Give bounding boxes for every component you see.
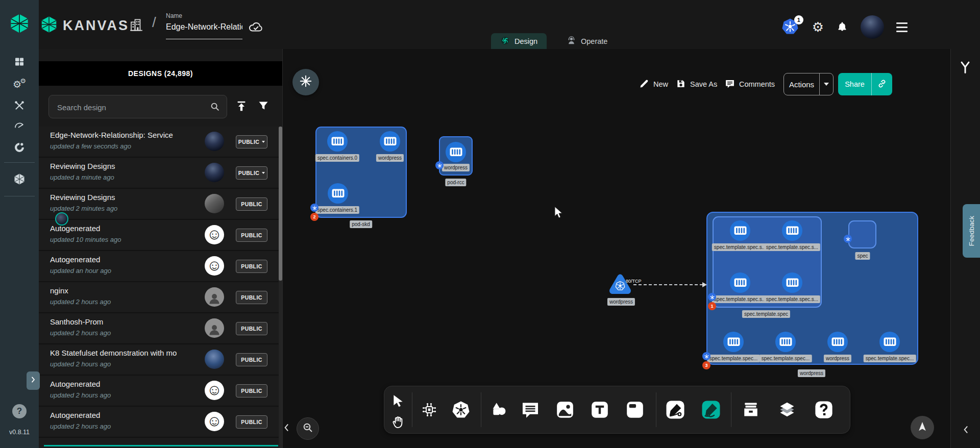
actions-dropdown-button[interactable] xyxy=(820,83,833,86)
design-name-input[interactable]: Edge-Network-Relatio xyxy=(166,22,242,32)
upload-icon xyxy=(235,106,248,114)
sidebar-item-performance[interactable] xyxy=(0,118,39,135)
visibility-chip[interactable]: PUBLIC xyxy=(236,322,267,335)
container-node[interactable] xyxy=(782,272,802,293)
design-search[interactable] xyxy=(48,95,227,118)
comments-button[interactable]: Comments xyxy=(725,73,775,95)
spec-node[interactable] xyxy=(848,220,876,248)
container-label: spec.template.spec... xyxy=(864,355,916,362)
new-button[interactable]: New xyxy=(639,73,668,95)
container-node[interactable] xyxy=(723,332,744,352)
select-tool[interactable] xyxy=(391,395,405,408)
sidebar-item-configuration[interactable] xyxy=(0,98,39,115)
comment-tool[interactable] xyxy=(521,401,540,420)
container-node[interactable] xyxy=(446,142,466,162)
organization-icon[interactable] xyxy=(129,17,145,34)
layers-tool[interactable] xyxy=(778,402,796,420)
upload-design-button[interactable] xyxy=(235,99,248,113)
tab-design[interactable]: Design xyxy=(491,33,547,49)
spec-template-spec-node[interactable] xyxy=(713,216,822,308)
zoom-button[interactable] xyxy=(297,417,319,440)
list-accent-line xyxy=(44,445,278,446)
gears-icon: ⚙⚙ xyxy=(13,79,26,91)
sidebar-item-extensions[interactable] xyxy=(0,140,39,157)
scrollbar-thumb[interactable] xyxy=(279,127,282,281)
app-header: KANVAS / Name Edge-Network-Relatio 1 ⚙ D… xyxy=(0,0,980,49)
merge-y-icon[interactable] xyxy=(958,60,972,76)
locate-button[interactable] xyxy=(911,416,934,439)
service-node[interactable] xyxy=(608,273,632,295)
collapse-dock-chevron[interactable] xyxy=(961,425,971,435)
image-tool[interactable] xyxy=(555,401,575,420)
design-list-item[interactable]: Autogenerated updated 10 minutes ago ☺ P… xyxy=(39,220,282,251)
feedback-tab[interactable]: Feedback xyxy=(963,204,980,258)
visibility-chip[interactable]: PUBLIC xyxy=(236,415,267,429)
visibility-chip[interactable]: PUBLIC xyxy=(236,384,267,397)
dashboard-icon xyxy=(13,56,26,70)
container-label: spec.template.spec.s... xyxy=(764,295,820,303)
visibility-chip[interactable]: PUBLIC xyxy=(236,197,267,211)
container-node[interactable] xyxy=(380,131,400,152)
copy-link-button[interactable] xyxy=(872,79,892,90)
pan-tool[interactable] xyxy=(391,416,405,430)
visibility-chip[interactable]: PUBLIC xyxy=(236,229,267,242)
meshery-shapes-button[interactable] xyxy=(292,69,319,95)
user-avatar[interactable] xyxy=(861,15,884,39)
container-node[interactable] xyxy=(327,131,348,152)
sidebar-item-dashboard[interactable] xyxy=(0,54,39,71)
visibility-chip[interactable]: PUBLIC xyxy=(236,260,267,273)
chevron-right-icon xyxy=(29,376,37,386)
components-tool[interactable] xyxy=(421,403,437,419)
visibility-chip[interactable]: PUBLIC xyxy=(236,166,267,180)
freehand-draw-tool-active[interactable] xyxy=(701,401,721,421)
visibility-chip[interactable]: PUBLIC xyxy=(236,353,267,366)
card-icon xyxy=(625,400,645,421)
sidebar-item-kanvas[interactable] xyxy=(0,171,39,189)
text-tool[interactable] xyxy=(590,401,609,420)
container-node[interactable] xyxy=(782,220,802,241)
tab-operate[interactable]: Operate xyxy=(557,33,617,49)
actions-split-button[interactable]: Actions xyxy=(783,73,834,95)
design-list-item[interactable]: Reviewing Designs updated a minute ago P… xyxy=(39,158,282,189)
container-node[interactable] xyxy=(730,220,750,241)
container-node[interactable] xyxy=(730,272,750,293)
filter-designs-button[interactable] xyxy=(257,99,271,113)
design-list-item[interactable]: K8 Statefulset demonstration with mo upd… xyxy=(39,344,282,376)
design-title: K8 Statefulset demonstration with mo xyxy=(50,349,177,357)
design-name-field[interactable]: Name Edge-Network-Relatio xyxy=(166,12,242,32)
speedometer-icon xyxy=(13,119,26,134)
design-list-item[interactable]: Autogenerated updated 2 hours ago ☺ PUBL… xyxy=(39,376,282,407)
container-node[interactable] xyxy=(328,183,348,204)
design-list-item[interactable]: Autogenerated updated an hour ago ☺ PUBL… xyxy=(39,251,282,282)
kubernetes-tool[interactable] xyxy=(452,402,470,420)
card-tool[interactable] xyxy=(625,401,645,420)
service-edge[interactable] xyxy=(633,284,703,285)
help-button[interactable]: ? xyxy=(12,404,27,418)
kubernetes-context-button[interactable]: 1 xyxy=(781,18,800,36)
drawer-tool[interactable] xyxy=(742,402,760,420)
menu-hamburger-icon[interactable] xyxy=(896,22,908,32)
container-node[interactable] xyxy=(879,332,900,352)
shapes-tool[interactable] xyxy=(490,402,507,419)
design-list-item[interactable]: Autogenerated updated 2 hours ago ☺ PUBL… xyxy=(39,407,282,438)
help-tool[interactable] xyxy=(814,401,834,420)
container-node[interactable] xyxy=(827,332,848,352)
design-list-item[interactable]: Reviewing Designs updated 2 minutes ago … xyxy=(39,189,282,220)
search-input[interactable] xyxy=(56,95,206,119)
sidebar-item-lifecycle[interactable]: ⚙⚙ xyxy=(0,76,39,93)
visibility-chip[interactable]: PUBLIC xyxy=(236,135,267,148)
kubernetes-icon xyxy=(452,401,470,421)
layer5-logo[interactable] xyxy=(0,0,39,49)
sidebar-expand-button[interactable] xyxy=(27,371,40,390)
container-node[interactable] xyxy=(775,332,796,352)
visibility-chip[interactable]: PUBLIC xyxy=(236,291,267,304)
save-as-button[interactable]: Save As xyxy=(676,73,717,95)
design-list-item[interactable]: Santhosh-Prom updated 2 hours ago PUBLIC xyxy=(39,313,282,344)
design-list-item[interactable]: Edge-Network-Relationship: Service updat… xyxy=(39,127,282,158)
share-split-button[interactable]: Share xyxy=(838,73,892,95)
notifications-bell-icon[interactable] xyxy=(836,20,848,34)
collapse-panel-chevron[interactable] xyxy=(282,422,292,433)
pen-tool[interactable] xyxy=(665,401,685,421)
design-list-item[interactable]: nginx updated 2 hours ago PUBLIC xyxy=(39,282,282,313)
settings-gear-icon[interactable]: ⚙ xyxy=(812,20,824,34)
